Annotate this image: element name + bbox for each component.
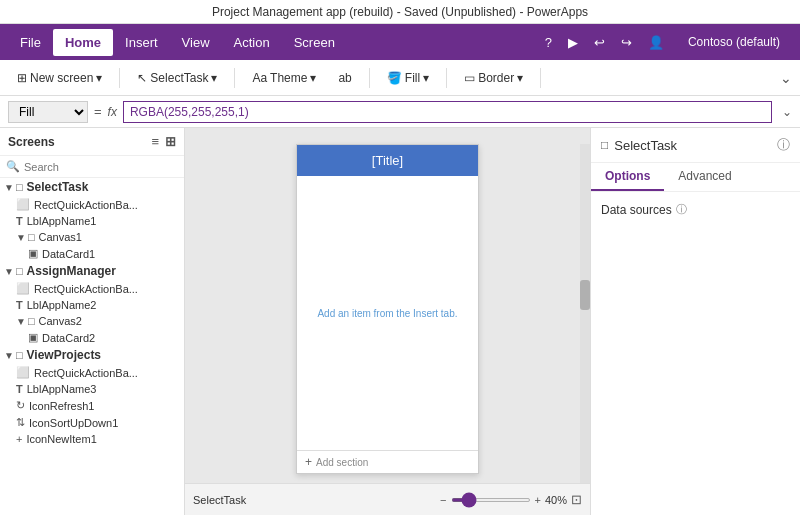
fill-button[interactable]: 🪣 Fill ▾ [378, 67, 438, 89]
formula-bar: Fill = fx ⌄ [0, 96, 800, 128]
tree-item-ViewProjects[interactable]: ▼ □ ViewProjects [0, 346, 184, 364]
play-icon[interactable]: ▶ [564, 35, 582, 50]
redo-icon[interactable]: ↪ [617, 35, 636, 50]
main-content: Screens ≡ ⊞ 🔍 ▼ □ SelectTask ⬜ RectQuick… [0, 128, 800, 515]
toolbar-sep-5 [540, 68, 541, 88]
property-dropdown[interactable]: Fill [8, 101, 88, 123]
canvas-screen-name: SelectTask [193, 494, 246, 506]
add-section-plus-icon: + [305, 455, 312, 469]
list-view-icon[interactable]: ≡ [151, 134, 159, 149]
tree-item-LblAppName3[interactable]: T LblAppName3 [0, 381, 184, 397]
tree-item-AssignManager[interactable]: ▼ □ AssignManager [0, 262, 184, 280]
search-icon: 🔍 [6, 160, 20, 173]
right-panel-title: □ SelectTask [601, 138, 677, 153]
border-icon: ▭ [464, 71, 475, 85]
tree-item-RectQuickActionBa1[interactable]: ⬜ RectQuickActionBa... [0, 196, 184, 213]
tree-item-IconRefresh1[interactable]: ↻ IconRefresh1 [0, 397, 184, 414]
arrow-icon: ▼ [4, 266, 14, 277]
label-icon: T [16, 299, 23, 311]
font-style-button[interactable]: ab [329, 67, 360, 89]
menu-file[interactable]: File [8, 29, 53, 56]
help-icon[interactable]: ? [541, 35, 556, 50]
tree-item-label: LblAppName3 [27, 383, 97, 395]
screen-icon: □ [16, 181, 23, 193]
fit-screen-icon[interactable]: ⊡ [571, 492, 582, 507]
canvas-scrollbar-thumb [580, 280, 590, 310]
right-panel-info-icon[interactable]: ⓘ [777, 136, 790, 154]
new-screen-icon: ⊞ [17, 71, 27, 85]
new-item-icon: + [16, 433, 22, 445]
tree-item-RectQuickActionBa3[interactable]: ⬜ RectQuickActionBa... [0, 364, 184, 381]
tree-item-label: ViewProjects [27, 348, 101, 362]
select-task-button[interactable]: ↖ SelectTask ▾ [128, 67, 226, 89]
tree-item-IconNewItem1[interactable]: + IconNewItem1 [0, 431, 184, 447]
formula-expand-icon[interactable]: ⌄ [782, 105, 792, 119]
arrow-icon: ▼ [16, 232, 26, 243]
label-icon: T [16, 383, 23, 395]
canvas-icon: □ [28, 315, 35, 327]
zoom-plus-icon[interactable]: + [535, 494, 541, 506]
toolbar-sep-4 [446, 68, 447, 88]
new-screen-button[interactable]: ⊞ New screen ▾ [8, 67, 111, 89]
tree-item-LblAppName1[interactable]: T LblAppName1 [0, 213, 184, 229]
tab-options[interactable]: Options [591, 163, 664, 191]
menu-insert[interactable]: Insert [113, 29, 170, 56]
canvas-title-bar: [Title] [297, 145, 478, 176]
tree-item-label: DataCard1 [42, 248, 95, 260]
tree-item-RectQuickActionBa2[interactable]: ⬜ RectQuickActionBa... [0, 280, 184, 297]
right-panel-tabs: Options Advanced [591, 163, 800, 192]
theme-icon: Aa [252, 71, 267, 85]
tree-item-DataCard1[interactable]: ▣ DataCard1 [0, 245, 184, 262]
tree-item-IconSortUpDown1[interactable]: ⇅ IconSortUpDown1 [0, 414, 184, 431]
theme-label: Theme [270, 71, 307, 85]
title-text: Project Management app (rebuild) - Saved… [212, 5, 588, 19]
fill-chevron-icon: ▾ [423, 71, 429, 85]
undo-icon[interactable]: ↩ [590, 35, 609, 50]
equals-sign: = [94, 104, 102, 119]
tenant-label: Contoso (default) [676, 29, 792, 55]
canvas-bottom-bar: SelectTask − + 40% ⊡ [185, 483, 590, 515]
canvas-add-section[interactable]: + Add section [297, 450, 478, 473]
right-panel: □ SelectTask ⓘ Options Advanced Data sou… [590, 128, 800, 515]
sort-icon: ⇅ [16, 416, 25, 429]
fx-label: fx [108, 105, 117, 119]
menu-screen[interactable]: Screen [282, 29, 347, 56]
tree-item-Canvas2[interactable]: ▼ □ Canvas2 [0, 313, 184, 329]
zoom-slider[interactable] [451, 498, 531, 502]
tree-item-DataCard2[interactable]: ▣ DataCard2 [0, 329, 184, 346]
tree-item-label: IconSortUpDown1 [29, 417, 118, 429]
menu-action[interactable]: Action [222, 29, 282, 56]
canvas-body[interactable]: Add an item from the Insert tab. [297, 176, 478, 450]
tree-item-label: SelectTask [27, 180, 89, 194]
data-sources-label: Data sources ⓘ [601, 202, 790, 217]
screens-panel: Screens ≡ ⊞ 🔍 ▼ □ SelectTask ⬜ RectQuick… [0, 128, 185, 515]
zoom-minus-icon[interactable]: − [440, 494, 446, 506]
data-sources-info-icon[interactable]: ⓘ [676, 202, 687, 217]
thumbnail-view-icon[interactable]: ⊞ [165, 134, 176, 149]
right-panel-body: Data sources ⓘ [591, 192, 800, 515]
theme-button[interactable]: Aa Theme ▾ [243, 67, 325, 89]
canvas-scrollbar[interactable] [580, 144, 590, 483]
rect-icon: ⬜ [16, 198, 30, 211]
toolbar-sep-1 [119, 68, 120, 88]
search-input[interactable] [24, 161, 178, 173]
tab-advanced[interactable]: Advanced [664, 163, 745, 191]
tree-item-LblAppName2[interactable]: T LblAppName2 [0, 297, 184, 313]
menu-home[interactable]: Home [53, 29, 113, 56]
screen-panel-icon: □ [601, 138, 608, 152]
tree-item-SelectTask[interactable]: ▼ □ SelectTask [0, 178, 184, 196]
zoom-percent: 40% [545, 494, 567, 506]
tree-item-Canvas1[interactable]: ▼ □ Canvas1 [0, 229, 184, 245]
datacard-icon: ▣ [28, 247, 38, 260]
formula-input[interactable] [123, 101, 772, 123]
tree-container: ▼ □ SelectTask ⬜ RectQuickActionBa... T … [0, 178, 184, 515]
app-canvas: [Title] Add an item from the Insert tab.… [296, 144, 479, 474]
select-task-chevron-icon: ▾ [211, 71, 217, 85]
border-button[interactable]: ▭ Border ▾ [455, 67, 532, 89]
account-icon[interactable]: 👤 [644, 35, 668, 50]
tree-item-label: LblAppName2 [27, 299, 97, 311]
fill-label: Fill [405, 71, 420, 85]
toolbar-more-icon[interactable]: ⌄ [780, 70, 792, 86]
toolbar-sep-3 [369, 68, 370, 88]
menu-view[interactable]: View [170, 29, 222, 56]
